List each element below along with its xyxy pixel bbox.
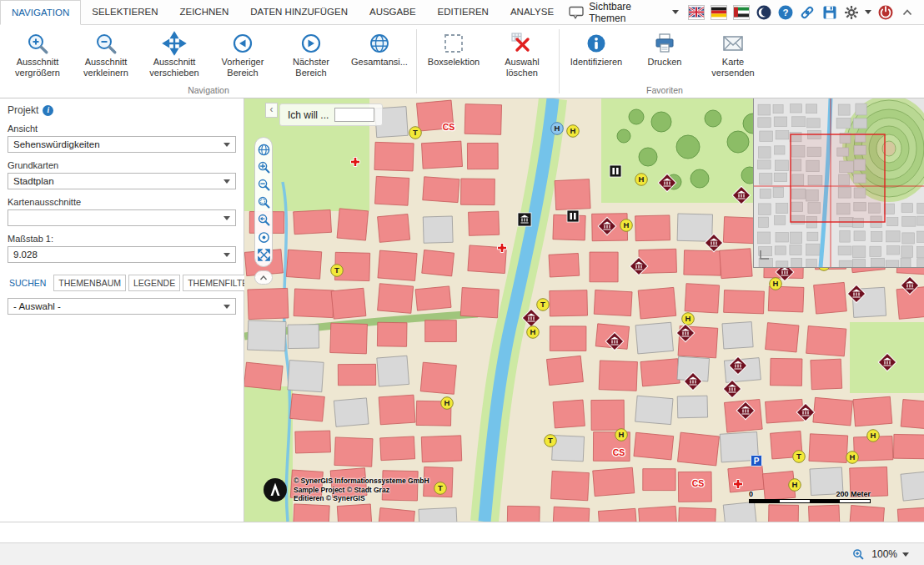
zoom-in-tool[interactable] bbox=[256, 159, 271, 174]
identify-button[interactable]: Identifizieren bbox=[562, 28, 630, 77]
tram-marker[interactable]: T bbox=[793, 451, 806, 463]
cs-marker[interactable]: CS bbox=[692, 478, 705, 488]
panel-tab-suchen[interactable]: SUCHEN bbox=[8, 275, 51, 291]
settings-icon[interactable] bbox=[843, 5, 859, 20]
map-copyright: © SynerGIS Informationssysteme GmbH Samp… bbox=[263, 477, 429, 503]
search-selection-dropdown[interactable]: - Auswahl - bbox=[8, 298, 236, 315]
chevron-down-icon bbox=[672, 10, 679, 14]
cs-marker[interactable]: CS bbox=[613, 447, 625, 457]
zoom-out-button[interactable]: Ausschnitt verkleinern bbox=[72, 28, 140, 78]
full-extent-tool[interactable] bbox=[256, 247, 271, 262]
panel-tab-legende[interactable]: LEGENDE bbox=[128, 275, 180, 291]
panel-tab-themenbaum[interactable]: THEMENBAUM bbox=[53, 275, 126, 291]
dropdown-ansicht[interactable]: Sehenswürdigkeiten bbox=[8, 136, 236, 153]
panel-collapse-button[interactable]: ‹ bbox=[265, 103, 278, 118]
tram-marker[interactable]: T bbox=[537, 299, 550, 311]
svg-text:H: H bbox=[792, 480, 798, 489]
prev-extent-button[interactable]: Vorheriger Bereich bbox=[208, 28, 277, 78]
svg-text:CS: CS bbox=[443, 122, 455, 132]
overview-globe-icon bbox=[257, 143, 271, 157]
flag-ae-icon[interactable] bbox=[733, 5, 750, 20]
center-map-tool[interactable] bbox=[256, 230, 271, 245]
menu-tab-navigation[interactable]: NAVIGATION bbox=[0, 0, 81, 25]
menu-tab-analyse[interactable]: ANALYSE bbox=[500, 0, 565, 24]
zoom-level-dropdown[interactable] bbox=[902, 552, 909, 557]
svg-text:H: H bbox=[639, 174, 645, 184]
next-extent-button[interactable]: Nächster Bereich bbox=[277, 28, 345, 78]
hotel-marker[interactable]: H bbox=[770, 278, 782, 290]
cs-marker[interactable]: CS bbox=[443, 122, 455, 132]
box-select-button[interactable]: Boxselektion bbox=[419, 28, 488, 77]
hotel-marker[interactable]: H bbox=[567, 125, 580, 138]
svg-text:T: T bbox=[438, 483, 443, 492]
zoom-in-button[interactable]: Ausschnitt vergrößern bbox=[3, 28, 72, 78]
ribbon-toolbar: Ausschnitt vergrößernAusschnitt verklein… bbox=[0, 25, 924, 98]
overview-globe-tool[interactable] bbox=[256, 142, 271, 157]
menu-tab-ausgabe[interactable]: AUSGABE bbox=[359, 0, 427, 24]
dropdown-kartenausschnitte[interactable] bbox=[8, 209, 236, 226]
prev-extent-icon bbox=[230, 31, 255, 56]
landmark-marker[interactable] bbox=[518, 213, 531, 226]
zoom-out-tool[interactable] bbox=[256, 177, 271, 192]
ich-will-widget[interactable]: Ich will ... bbox=[279, 103, 383, 126]
zoom-previous-tool[interactable] bbox=[256, 212, 271, 227]
pan-button[interactable]: Ausschnitt verschieben bbox=[140, 28, 208, 78]
visible-themes-dropdown[interactable]: Sichtbare Themen bbox=[565, 0, 682, 26]
center-map-icon bbox=[257, 230, 271, 245]
tram-marker[interactable]: T bbox=[434, 482, 447, 495]
hotel_blue-marker[interactable]: H bbox=[551, 123, 564, 135]
tram-marker[interactable]: T bbox=[545, 435, 557, 447]
flag-de-icon[interactable] bbox=[711, 5, 727, 20]
hotel-marker[interactable]: H bbox=[635, 174, 648, 186]
menu-tab-editieren[interactable]: EDITIEREN bbox=[427, 0, 500, 24]
flag-uk-icon[interactable] bbox=[688, 5, 705, 20]
dropdown-value: Sehenswürdigkeiten bbox=[13, 139, 100, 149]
night-mode-icon[interactable] bbox=[756, 5, 771, 20]
hotel-marker[interactable]: H bbox=[527, 326, 540, 339]
svg-text:H: H bbox=[685, 314, 691, 323]
ich-will-input[interactable] bbox=[334, 108, 374, 122]
svg-text:?: ? bbox=[782, 8, 788, 18]
svg-text:CS: CS bbox=[613, 447, 625, 457]
zoom-window-tool[interactable] bbox=[256, 194, 271, 209]
hotel-marker[interactable]: H bbox=[620, 219, 633, 232]
venue-marker[interactable] bbox=[610, 165, 621, 177]
settings-chevron-icon[interactable] bbox=[865, 10, 871, 14]
full-extent-globe-button[interactable]: Gesamtansi... bbox=[345, 28, 414, 77]
collapse-ribbon-icon[interactable] bbox=[900, 5, 916, 20]
map-viewport: TCSHHHHTHHTHHHTHHCSTHPCSTH ‹ Ich will ..… bbox=[244, 98, 924, 522]
hotel-marker[interactable]: H bbox=[846, 451, 859, 464]
overview-map[interactable] bbox=[753, 98, 924, 268]
parking-marker[interactable]: P bbox=[751, 456, 762, 467]
dropdown-grundkarten[interactable]: Stadtplan bbox=[8, 173, 236, 189]
tram-marker[interactable]: T bbox=[331, 265, 344, 277]
hotel-marker[interactable]: H bbox=[441, 397, 454, 410]
field-label: Maßstab 1: bbox=[8, 234, 236, 244]
print-button[interactable]: Drucken bbox=[630, 28, 699, 77]
hotel-marker[interactable]: H bbox=[867, 430, 880, 442]
ribbon-button-label: Auswahl löschen bbox=[490, 57, 555, 78]
hotel-marker[interactable]: H bbox=[615, 429, 628, 441]
save-icon[interactable] bbox=[821, 5, 837, 20]
link-icon[interactable] bbox=[800, 5, 816, 20]
dropdown-ma-stab-[interactable]: 9.028 bbox=[8, 246, 236, 263]
clear-selection-button[interactable]: Auswahl löschen bbox=[488, 28, 556, 78]
svg-text:P: P bbox=[754, 457, 760, 466]
menu-tab-zeichnen[interactable]: ZEICHNEN bbox=[168, 0, 239, 24]
tram-marker[interactable]: T bbox=[409, 127, 422, 139]
power-icon[interactable] bbox=[877, 5, 893, 20]
menu-tab-selektieren[interactable]: SELEKTIEREN bbox=[81, 0, 168, 24]
zoom-in-icon bbox=[25, 31, 50, 56]
project-info-icon[interactable]: i bbox=[43, 105, 53, 116]
tools-collapse-button[interactable] bbox=[254, 270, 273, 285]
scale-start-label: 0 bbox=[749, 490, 753, 498]
project-label: Projekt bbox=[8, 104, 38, 116]
zoom-window-icon bbox=[257, 195, 271, 209]
send-map-button[interactable]: Karte versenden bbox=[699, 28, 767, 78]
field-label: Kartenausschnitte bbox=[8, 197, 236, 207]
help-icon[interactable]: ? bbox=[777, 5, 793, 20]
venue-marker[interactable] bbox=[567, 210, 579, 222]
menu-tab-daten-hinzuf-gen[interactable]: DATEN HINZUFÜGEN bbox=[239, 0, 359, 24]
svg-text:H: H bbox=[570, 126, 576, 135]
hotel-marker[interactable]: H bbox=[682, 313, 695, 325]
